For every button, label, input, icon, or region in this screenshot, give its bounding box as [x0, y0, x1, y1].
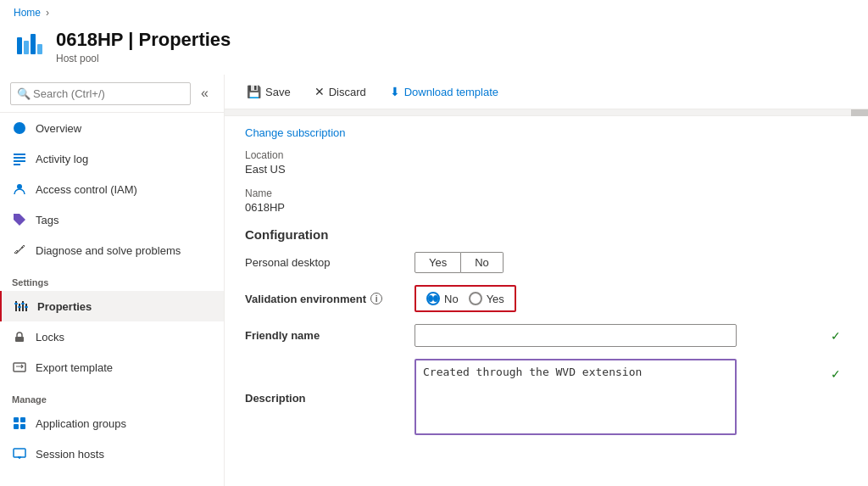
description-textarea-wrapper: ✓ — [415, 359, 848, 438]
svg-rect-25 — [14, 449, 25, 457]
description-label: Description — [245, 392, 415, 405]
svg-rect-0 — [17, 37, 22, 54]
svg-rect-23 — [14, 424, 19, 429]
export-icon — [12, 360, 27, 375]
personal-desktop-toggle[interactable]: Yes No — [415, 252, 504, 273]
download-template-button[interactable]: ⬇ Download template — [385, 81, 504, 102]
validation-environment-label: Validation environment i — [245, 293, 415, 305]
validation-no-option[interactable]: No — [426, 292, 459, 305]
validation-no-radio[interactable] — [426, 292, 440, 305]
name-value: 0618HP — [245, 201, 848, 214]
sidebar-item-locks[interactable]: Locks — [0, 321, 224, 352]
header-icon — [14, 31, 44, 61]
svg-rect-24 — [20, 424, 25, 429]
svg-rect-19 — [15, 337, 24, 342]
location-field: Location East US — [245, 149, 848, 176]
sidebar-search-container: 🔍 « — [0, 75, 224, 113]
sidebar-item-access-control[interactable]: Access control (IAM) — [0, 174, 224, 204]
page-subtitle: Host pool — [56, 53, 231, 64]
sidebar-item-export-template[interactable]: Export template — [0, 352, 224, 383]
sidebar-item-overview[interactable]: Overview — [0, 113, 224, 143]
sidebar-item-application-groups[interactable]: Application groups — [0, 408, 224, 439]
manage-section-label: Manage — [0, 383, 224, 408]
personal-desktop-label: Personal desktop — [245, 256, 415, 269]
toolbar: 💾 Save ✕ Discard ⬇ Download template — [225, 75, 868, 109]
description-check-icon: ✓ — [831, 367, 841, 381]
sidebar-item-tags[interactable]: Tags — [0, 204, 224, 235]
location-value: East US — [245, 163, 848, 176]
friendly-name-input[interactable] — [415, 324, 737, 347]
validation-yes-option[interactable]: Yes — [469, 292, 504, 305]
friendly-name-input-wrapper: ✓ — [415, 324, 848, 347]
svg-rect-8 — [14, 164, 20, 165]
friendly-name-check-icon: ✓ — [831, 329, 841, 343]
discard-icon: ✕ — [314, 85, 325, 98]
content-area: Change subscription Location East US Nam… — [225, 116, 868, 486]
svg-rect-18 — [25, 306, 28, 308]
page-title: 0618HP | Properties — [56, 29, 231, 51]
change-subscription-link[interactable]: Change subscription — [245, 126, 848, 139]
discard-button[interactable]: ✕ Discard — [309, 81, 371, 102]
sidebar-item-diagnose[interactable]: Diagnose and solve problems — [0, 235, 224, 265]
breadcrumb: Home › — [0, 0, 868, 25]
breadcrumb-separator: › — [46, 7, 49, 19]
validation-yes-radio[interactable] — [469, 292, 482, 305]
info-icon[interactable]: i — [370, 293, 382, 304]
name-label: Name — [245, 187, 848, 199]
save-icon: 💾 — [247, 85, 261, 98]
friendly-name-row: Friendly name ✓ — [245, 324, 848, 347]
collapse-sidebar-button[interactable]: « — [196, 81, 214, 105]
header-text: 0618HP | Properties Host pool — [56, 29, 231, 64]
sidebar-item-properties[interactable]: Properties — [0, 291, 224, 321]
validation-environment-radio-group[interactable]: No Yes — [415, 285, 516, 312]
search-input[interactable] — [10, 82, 191, 105]
configuration-title: Configuration — [245, 227, 848, 242]
save-button[interactable]: 💾 Save — [242, 81, 296, 102]
wrench-icon — [12, 243, 27, 258]
svg-rect-6 — [14, 157, 25, 159]
svg-rect-7 — [14, 160, 25, 162]
svg-point-9 — [17, 184, 22, 189]
svg-rect-15 — [14, 303, 18, 304]
svg-rect-5 — [14, 154, 25, 155]
grid-icon — [12, 416, 27, 431]
personal-desktop-no-button[interactable]: No — [461, 252, 504, 273]
svg-rect-2 — [31, 34, 36, 54]
description-row: Description ✓ — [245, 359, 848, 438]
settings-section-label: Settings — [0, 265, 224, 291]
svg-rect-20 — [14, 363, 25, 371]
svg-rect-13 — [22, 301, 24, 311]
sidebar-item-activity-log[interactable]: Activity log — [0, 143, 224, 174]
svg-rect-22 — [20, 417, 25, 422]
name-field: Name 0618HP — [245, 187, 848, 214]
tag-icon — [12, 212, 27, 227]
friendly-name-label: Friendly name — [245, 329, 415, 342]
monitor-icon — [12, 446, 27, 461]
page-header: 0618HP | Properties Host pool — [0, 25, 868, 75]
list-icon — [12, 151, 27, 166]
person-icon — [12, 182, 27, 197]
top-scrollbar[interactable] — [225, 109, 868, 116]
search-icon: 🔍 — [17, 87, 31, 100]
personal-desktop-row: Personal desktop Yes No — [245, 252, 848, 273]
svg-rect-17 — [21, 303, 25, 304]
breadcrumb-home[interactable]: Home — [14, 7, 41, 19]
location-label: Location — [245, 149, 848, 161]
main-content: 💾 Save ✕ Discard ⬇ Download template Cha… — [225, 75, 868, 486]
sidebar-item-session-hosts[interactable]: Session hosts — [0, 439, 224, 469]
svg-rect-21 — [14, 417, 19, 422]
sidebar: 🔍 « Overview Activity log Access control — [0, 75, 225, 486]
svg-point-4 — [14, 122, 25, 134]
download-icon: ⬇ — [390, 85, 400, 98]
lock-icon — [12, 329, 27, 344]
sliders-icon — [14, 299, 29, 314]
circle-icon — [12, 120, 27, 136]
description-textarea[interactable] — [415, 359, 737, 435]
svg-rect-1 — [24, 41, 29, 54]
personal-desktop-yes-button[interactable]: Yes — [415, 252, 461, 273]
scrollbar-thumb[interactable] — [851, 109, 868, 116]
svg-rect-16 — [18, 306, 21, 308]
validation-environment-row: Validation environment i No Yes — [245, 285, 848, 312]
svg-rect-3 — [37, 44, 42, 54]
svg-rect-11 — [15, 301, 17, 311]
